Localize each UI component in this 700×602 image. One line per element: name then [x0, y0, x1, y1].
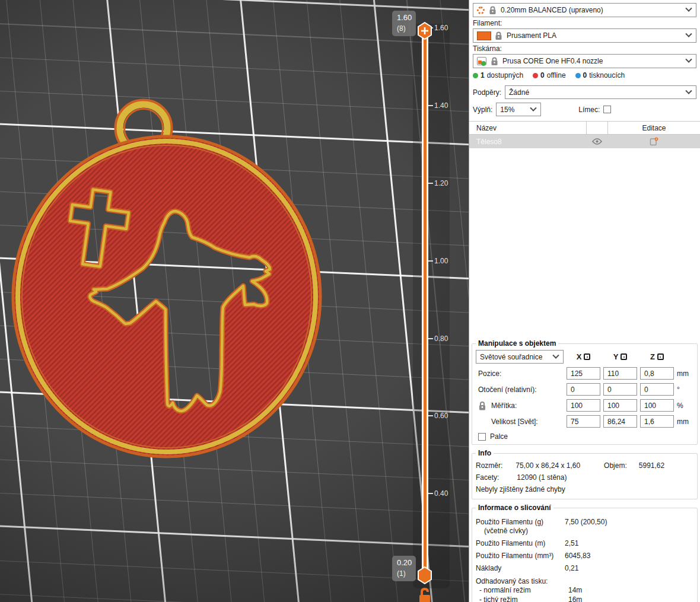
info-group: Info Rozměr: 75,00 x 86,24 x 1,60 Objem:…: [472, 453, 698, 499]
lock-icon: [495, 31, 502, 40]
coordinate-system-select[interactable]: Světové souřadnice: [476, 350, 564, 364]
slicing-info-group: Informace o slicování Použito Filamentu …: [472, 508, 698, 602]
manip-value-field[interactable]: 100: [603, 399, 637, 412]
printer-select[interactable]: Prusa CORE One HF0.4 nozzle: [473, 54, 696, 68]
slicing-value: 7,50 (200,50): [565, 518, 693, 527]
right-sidebar: 0.20mm BALANCED (upraveno) Filament: Pru…: [469, 0, 700, 602]
supports-row: Podpěry: Žádné: [473, 85, 696, 99]
column-name: Název: [469, 124, 586, 132]
tick-value: 0.40: [434, 489, 448, 498]
slider-bottom-tooltip: 0.20 (1): [392, 556, 416, 581]
print-time-value: 14m: [568, 585, 693, 595]
axis-anchor-icon[interactable]: [657, 353, 664, 360]
scale-lock-icon[interactable]: [478, 401, 486, 411]
chevron-down-icon: [530, 104, 537, 111]
print-time-title: Odhadovaný čas tisku:: [476, 577, 693, 585]
table-row[interactable]: Těleso8: [469, 135, 700, 148]
axis-anchor-icon[interactable]: [621, 353, 627, 360]
manip-value-field[interactable]: 125: [567, 367, 600, 380]
status-dot-icon: [473, 73, 478, 78]
manip-value-field[interactable]: 110: [603, 367, 637, 380]
tick-value: 1.40: [434, 101, 448, 110]
printer-status-item: 0tisknoucích: [575, 71, 625, 79]
chevron-down-icon: [685, 5, 692, 12]
axis-anchor-icon[interactable]: [584, 353, 590, 360]
slider-lower-handle[interactable]: [417, 566, 432, 584]
ornament-model[interactable]: [0, 83, 332, 477]
chevron-down-icon: [685, 56, 692, 63]
printer-value: Prusa CORE One HF0.4 nozzle: [502, 57, 686, 65]
no-errors-text: Nebyly zjištěny žádné chyby: [476, 483, 693, 495]
lock-icon: [489, 6, 497, 15]
brim-label: Límec:: [578, 106, 600, 114]
facets-label: Facety:: [476, 472, 499, 483]
manip-value-field[interactable]: 100: [640, 399, 674, 412]
slicing-row: Použito Filamentu (m)2,51: [476, 539, 693, 548]
tick-value: 0.60: [434, 412, 448, 420]
tick-mark: [428, 105, 433, 106]
slicing-info-title: Informace o slicování: [476, 504, 553, 512]
manip-row-label: Měřítka:: [476, 402, 564, 410]
inches-label: Palce: [490, 432, 508, 441]
info-facets-line: Facety: 12090 (1 stěna): [476, 472, 693, 483]
tick-value: 0.80: [434, 335, 448, 343]
tick-mark: [428, 415, 433, 416]
status-dot-icon: [575, 73, 581, 78]
manip-value-field[interactable]: 75: [567, 415, 600, 428]
status-count: 0: [540, 71, 545, 79]
tick-mark: [428, 493, 433, 494]
volume-label: Objem:: [604, 460, 627, 472]
manip-value-field[interactable]: 86,24: [603, 415, 637, 428]
manip-value-field[interactable]: 0: [603, 383, 637, 396]
slicing-label: Použito Filamentu (mm³): [476, 552, 565, 560]
printer-status-row: 1dostupných0offline0tisknoucích: [473, 71, 696, 79]
tick-mark: [428, 183, 433, 184]
infill-label: Výplň:: [473, 106, 492, 114]
3d-viewport[interactable]: 1.601.401.201.000.800.600.40 1.60 (8) 0.…: [0, 0, 469, 602]
column-visibility: [586, 122, 607, 134]
manip-value-field[interactable]: 0: [567, 383, 600, 396]
filament-select[interactable]: Prusament PLA: [473, 28, 696, 43]
slider-unlock-icon[interactable]: [416, 588, 435, 602]
status-label: dostupných: [487, 71, 523, 79]
slicing-label: Náklady: [476, 564, 565, 573]
status-label: offline: [547, 71, 566, 79]
manip-row-label: Otočení (relativní):: [476, 386, 564, 394]
manip-unit: °: [677, 386, 695, 394]
info-title: Info: [476, 449, 494, 457]
column-edit: Editace: [607, 122, 700, 134]
edit-object-icon[interactable]: [650, 137, 658, 146]
layer-tick: 0.80: [428, 335, 448, 343]
layer-slider-track-fill: [424, 32, 427, 574]
manip-value-field[interactable]: 1,6: [640, 415, 674, 428]
filament-value: Prusament PLA: [507, 31, 686, 40]
eye-icon[interactable]: [592, 138, 602, 145]
filament-color-swatch: [477, 31, 491, 40]
print-profile-select[interactable]: 0.20mm BALANCED (upraveno): [473, 3, 696, 17]
printer-icon: [477, 57, 486, 65]
layer-tick: 1.40: [428, 101, 448, 110]
layer-tick: 0.40: [428, 489, 448, 498]
chevron-down-icon: [685, 31, 692, 37]
manip-value-field[interactable]: 0,8: [640, 367, 674, 380]
inches-checkbox[interactable]: [478, 433, 486, 441]
axis-header-x: X: [567, 352, 600, 361]
manip-value-field[interactable]: 100: [567, 399, 600, 412]
slicing-label: Použito Filamentu (m): [476, 539, 565, 548]
supports-select[interactable]: Žádné: [505, 85, 696, 99]
filament-label: Filament:: [473, 19, 696, 27]
print-time-row: - tichý režim16m: [476, 595, 693, 602]
manip-value-field[interactable]: 0: [640, 383, 674, 396]
supports-label: Podpěry:: [473, 88, 501, 97]
slicing-row: Použito Filamentu (mm³)6045,83: [476, 552, 693, 560]
brim-checkbox[interactable]: [603, 106, 611, 113]
coordinate-system-value: Světové souřadnice: [480, 353, 553, 361]
manip-unit: mm: [677, 418, 695, 426]
slicing-value: 6045,83: [565, 552, 693, 560]
axis-header-y: Y: [603, 352, 637, 361]
slider-upper-handle[interactable]: [417, 22, 432, 40]
status-dot-icon: [533, 73, 538, 78]
print-time-label: - tichý režim: [479, 595, 568, 602]
infill-select[interactable]: 15%: [496, 103, 541, 116]
slicing-row: Náklady0,21: [476, 564, 693, 573]
